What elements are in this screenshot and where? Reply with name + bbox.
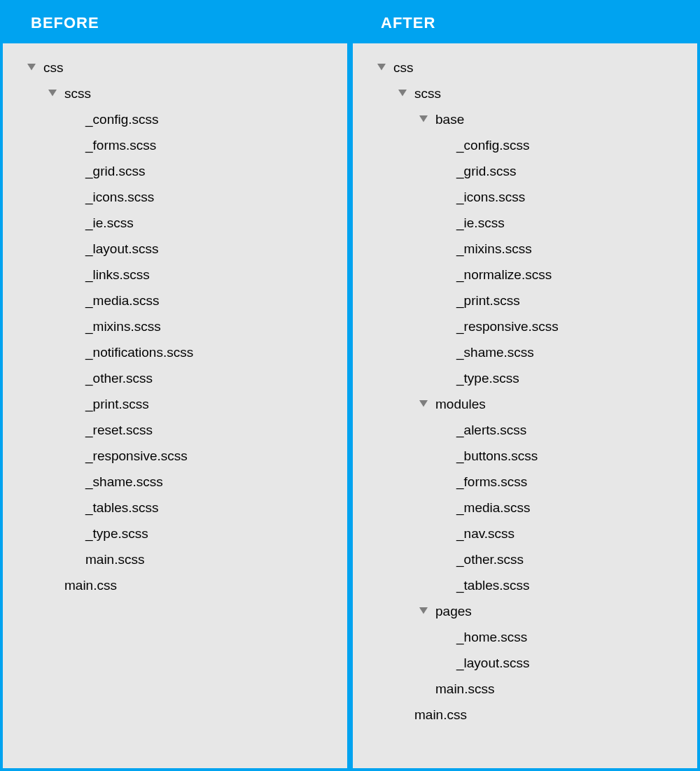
tree-file-row[interactable]: _nav.scss [375, 521, 683, 546]
file-label: _config.scss [85, 113, 159, 126]
file-label: _grid.scss [85, 164, 146, 178]
tree-folder-row[interactable]: base [375, 106, 683, 132]
file-label: _buttons.scss [456, 449, 538, 462]
tree-file-row[interactable]: _home.scss [375, 624, 683, 650]
tree-file-row[interactable]: main.scss [25, 546, 333, 572]
tree-file-row[interactable]: _icons.scss [25, 184, 333, 210]
tree-file-row[interactable]: _shame.scss [375, 339, 683, 365]
tree-file-row[interactable]: main.css [25, 572, 333, 598]
tree-file-row[interactable]: _responsive.scss [375, 313, 683, 339]
file-label: _responsive.scss [456, 320, 559, 333]
file-label: _shame.scss [456, 346, 534, 359]
tree-file-row[interactable]: _config.scss [375, 132, 683, 158]
tree-file-row[interactable]: _layout.scss [375, 650, 683, 676]
tree-file-row[interactable]: _reset.scss [25, 417, 333, 443]
file-label: _home.scss [456, 630, 527, 644]
svg-marker-3 [398, 90, 407, 97]
file-label: main.css [64, 579, 117, 592]
tree-folder-row[interactable]: scss [25, 80, 333, 106]
tree-file-row[interactable]: _config.scss [25, 106, 333, 132]
disclosure-triangle-icon[interactable] [46, 87, 59, 100]
tree-file-row[interactable]: _alerts.scss [375, 417, 683, 443]
tree-file-row[interactable]: _type.scss [25, 521, 333, 546]
svg-marker-0 [27, 64, 36, 71]
disclosure-triangle-icon[interactable] [417, 605, 430, 618]
disclosure-triangle-icon[interactable] [375, 62, 388, 74]
tree-file-row[interactable]: _other.scss [25, 365, 333, 391]
tree-file-row[interactable]: _layout.scss [25, 236, 333, 262]
file-label: _icons.scss [85, 190, 154, 204]
file-label: _notifications.scss [85, 346, 193, 359]
comparison-container: BEFORE cssscss_config.scss_forms.scss_gr… [0, 0, 700, 771]
folder-label: css [393, 61, 414, 74]
tree-file-row[interactable]: _media.scss [375, 495, 683, 521]
before-title: BEFORE [31, 14, 99, 31]
tree-file-row[interactable]: _icons.scss [375, 184, 683, 210]
file-label: main.scss [435, 682, 494, 695]
folder-label: css [43, 61, 64, 74]
file-label: _normalize.scss [456, 268, 552, 281]
file-label: _mixins.scss [85, 320, 161, 333]
tree-file-row[interactable]: _shame.scss [25, 469, 333, 495]
tree-file-row[interactable]: _type.scss [375, 365, 683, 391]
tree-file-row[interactable]: _ie.scss [375, 210, 683, 236]
tree-folder-row[interactable]: css [25, 55, 333, 80]
tree-file-row[interactable]: _tables.scss [375, 572, 683, 598]
file-label: _layout.scss [85, 242, 159, 255]
file-label: main.css [414, 708, 467, 721]
after-tree: cssscssbase_config.scss_grid.scss_icons.… [353, 43, 697, 742]
file-label: _config.scss [456, 139, 530, 152]
file-label: _alerts.scss [456, 423, 526, 437]
disclosure-triangle-icon[interactable] [396, 87, 409, 100]
tree-file-row[interactable]: _mixins.scss [25, 313, 333, 339]
tree-file-row[interactable]: _forms.scss [375, 469, 683, 495]
after-panel: AFTER cssscssbase_config.scss_grid.scss_… [350, 0, 700, 771]
tree-file-row[interactable]: _grid.scss [25, 158, 333, 184]
file-label: _print.scss [456, 294, 520, 307]
tree-file-row[interactable]: main.scss [375, 676, 683, 702]
svg-marker-1 [48, 90, 57, 97]
tree-file-row[interactable]: _print.scss [25, 391, 333, 417]
tree-file-row[interactable]: _forms.scss [25, 132, 333, 158]
tree-folder-row[interactable]: pages [375, 598, 683, 624]
tree-file-row[interactable]: _other.scss [375, 546, 683, 572]
tree-file-row[interactable]: _ie.scss [25, 210, 333, 236]
tree-file-row[interactable]: main.css [375, 702, 683, 728]
file-label: _type.scss [85, 527, 148, 540]
after-header: AFTER [353, 3, 697, 43]
file-label: _media.scss [85, 294, 160, 307]
tree-folder-row[interactable]: scss [375, 80, 683, 106]
tree-file-row[interactable]: _grid.scss [375, 158, 683, 184]
file-label: _tables.scss [456, 579, 530, 592]
tree-file-row[interactable]: _buttons.scss [375, 443, 683, 469]
file-label: _ie.scss [456, 216, 505, 229]
disclosure-triangle-icon[interactable] [25, 62, 38, 74]
tree-file-row[interactable]: _tables.scss [25, 495, 333, 521]
tree-file-row[interactable]: _notifications.scss [25, 339, 333, 365]
tree-file-row[interactable]: _responsive.scss [25, 443, 333, 469]
tree-file-row[interactable]: _mixins.scss [375, 236, 683, 262]
disclosure-triangle-icon[interactable] [417, 398, 430, 411]
before-header: BEFORE [3, 3, 347, 43]
tree-file-row[interactable]: _media.scss [25, 288, 333, 313]
file-label: _tables.scss [85, 501, 159, 514]
file-label: _links.scss [85, 268, 150, 281]
tree-folder-row[interactable]: modules [375, 391, 683, 417]
disclosure-triangle-icon[interactable] [417, 113, 430, 126]
file-label: _mixins.scss [456, 242, 532, 255]
file-label: _nav.scss [456, 527, 514, 540]
tree-file-row[interactable]: _print.scss [375, 288, 683, 313]
file-label: _shame.scss [85, 475, 163, 488]
tree-folder-row[interactable]: css [375, 55, 683, 80]
folder-label: modules [435, 397, 486, 411]
file-label: _type.scss [456, 372, 519, 385]
folder-label: scss [414, 87, 441, 100]
tree-file-row[interactable]: _normalize.scss [375, 262, 683, 288]
file-label: _other.scss [85, 372, 153, 385]
tree-file-row[interactable]: _links.scss [25, 262, 333, 288]
file-label: _ie.scss [85, 216, 134, 229]
file-label: _reset.scss [85, 423, 153, 437]
file-label: main.scss [85, 553, 144, 566]
after-title: AFTER [381, 14, 435, 31]
file-label: _forms.scss [85, 139, 156, 152]
